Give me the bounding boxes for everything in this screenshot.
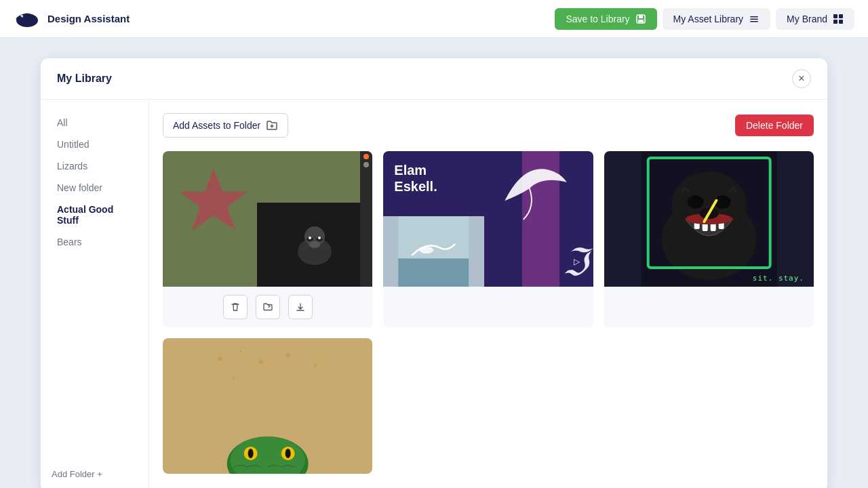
header-actions: Save to Library My Asset Library My Bran…	[555, 8, 854, 30]
svg-rect-9	[839, 14, 843, 18]
asset-library-label: My Asset Library	[673, 14, 743, 24]
brand-label: My Brand	[787, 14, 827, 24]
svg-point-17	[309, 237, 311, 239]
svg-point-22	[420, 247, 434, 253]
svg-rect-11	[839, 20, 843, 24]
add-folder-button[interactable]: Add Folder +	[52, 469, 138, 479]
tool-dot-2	[363, 162, 369, 167]
card-elam-image: Elam Eskell.	[383, 151, 593, 287]
sidebar-item-bears[interactable]: Bears	[52, 232, 138, 251]
app-header: Design Assistant Save to Library My Asse…	[0, 0, 868, 38]
svg-point-48	[285, 449, 291, 458]
star-shape	[176, 165, 251, 239]
save-label: Save to Library	[566, 14, 629, 24]
download-icon	[295, 302, 306, 312]
download-asset-button[interactable]	[288, 295, 313, 319]
svg-point-38	[239, 350, 242, 353]
card2-small-photo	[383, 216, 484, 287]
card3-text: sit. stay.	[753, 274, 804, 283]
svg-rect-5	[750, 16, 758, 18]
folder-move-icon	[262, 302, 273, 312]
card1-dark-panel	[257, 203, 372, 287]
card-star-image	[163, 151, 372, 287]
delete-asset-button[interactable]	[223, 295, 248, 319]
sidebar-nav: All Untitled Lizards New folder Actual G…	[52, 113, 138, 251]
svg-point-37	[218, 357, 222, 361]
move-folder-button[interactable]	[256, 295, 280, 319]
svg-rect-21	[399, 258, 469, 287]
card2-arrow: ▷	[574, 257, 580, 266]
asset-card-bear: sit. stay.	[604, 151, 814, 327]
trash-icon	[230, 302, 241, 312]
save-to-library-button[interactable]: Save to Library	[555, 8, 656, 30]
save-icon	[635, 14, 646, 24]
asset-card-star	[163, 151, 372, 327]
app-logo-icon	[14, 5, 41, 33]
card1-tool-strip	[360, 151, 372, 287]
app-title: Design Assistant	[47, 13, 130, 24]
svg-point-40	[233, 378, 235, 380]
close-button[interactable]: ×	[792, 69, 811, 88]
content-toolbar: Add Assets to Folder Delete Folder	[163, 113, 814, 138]
svg-rect-8	[833, 14, 837, 18]
folder-add-icon	[266, 119, 278, 131]
brand-icon	[833, 14, 844, 24]
main-content: My Library × All Untitled Lizards New fo…	[0, 38, 868, 488]
svg-point-26	[687, 195, 703, 209]
card2-line2: Eskell.	[394, 178, 437, 195]
sidebar-item-actual-good-stuff[interactable]: Actual Good Stuff	[52, 200, 138, 230]
asset-card-elam: Elam Eskell.	[383, 151, 593, 327]
library-body: All Untitled Lizards New folder Actual G…	[41, 100, 827, 488]
library-panel: My Library × All Untitled Lizards New fo…	[41, 58, 827, 488]
svg-point-39	[259, 360, 263, 364]
svg-rect-6	[750, 18, 758, 20]
card2-artist-name: Elam Eskell.	[394, 162, 437, 195]
bear-icon	[604, 151, 814, 287]
svg-marker-12	[180, 168, 248, 230]
library-title: My Library	[57, 73, 112, 85]
assets-grid: Elam Eskell.	[163, 151, 814, 474]
card2-line1: Elam	[394, 162, 437, 178]
card4-background	[163, 338, 372, 474]
card3-background: sit. stay.	[604, 151, 814, 287]
my-asset-library-button[interactable]: My Asset Library	[663, 8, 770, 30]
svg-point-19	[309, 241, 320, 248]
svg-rect-4	[638, 20, 644, 22]
svg-rect-10	[833, 20, 837, 24]
logo-area: Design Assistant	[14, 5, 547, 33]
seagull-icon	[478, 151, 593, 226]
svg-point-42	[314, 364, 317, 367]
my-brand-button[interactable]: My Brand	[776, 8, 854, 30]
svg-point-41	[286, 353, 290, 357]
asset-card-lizard	[163, 338, 372, 474]
snoopy-icon	[288, 218, 342, 272]
library-header: My Library ×	[41, 58, 827, 100]
lizard-icon	[163, 338, 372, 474]
small-seagull-icon	[383, 216, 484, 287]
card-bear-image: sit. stay.	[604, 151, 814, 287]
svg-rect-3	[639, 15, 643, 18]
sidebar-item-new-folder[interactable]: New folder	[52, 178, 138, 197]
sidebar-item-lizards[interactable]: Lizards	[52, 157, 138, 176]
svg-point-46	[248, 449, 254, 458]
add-assets-button[interactable]: Add Assets to Folder	[163, 113, 288, 138]
delete-folder-button[interactable]: Delete Folder	[735, 115, 814, 136]
card1-background	[163, 151, 372, 287]
svg-point-18	[318, 237, 321, 239]
menu-icon	[749, 14, 760, 24]
tool-dot-1	[363, 154, 369, 159]
sidebar-item-all[interactable]: All	[52, 113, 138, 132]
sidebar: All Untitled Lizards New folder Actual G…	[41, 100, 149, 488]
content-area: Add Assets to Folder Delete Folder	[149, 100, 827, 488]
card1-actions	[163, 287, 372, 327]
card-lizard-image	[163, 338, 372, 474]
sidebar-item-untitled[interactable]: Untitled	[52, 135, 138, 154]
svg-rect-7	[750, 21, 758, 22]
card2-background: Elam Eskell.	[383, 151, 593, 287]
